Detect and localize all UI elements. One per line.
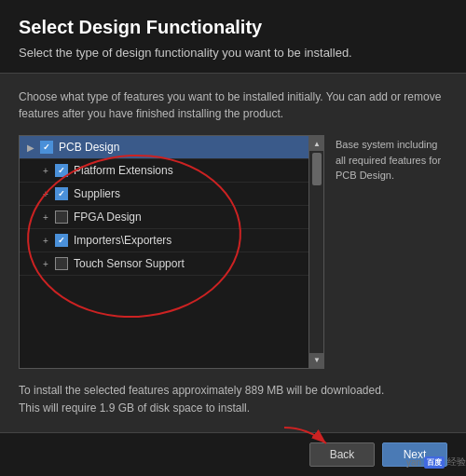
scroll-up-button[interactable]: ▲ xyxy=(309,136,324,151)
feature-label: PCB Design xyxy=(59,141,119,154)
dialog-title: Select Design Functionality xyxy=(19,17,447,38)
list-item[interactable]: + Importers\Exporters xyxy=(20,229,323,252)
content-area: Choose what type of features you want to… xyxy=(0,74,466,432)
expand-icon: + xyxy=(40,165,51,176)
checkbox-suppliers[interactable] xyxy=(55,187,68,200)
list-item[interactable]: + FPGA Design xyxy=(20,206,323,229)
checkbox-importers-exporters[interactable] xyxy=(55,234,68,247)
info-panel: Base system including all required featu… xyxy=(336,135,447,369)
header: Select Design Functionality Select the t… xyxy=(0,0,466,74)
list-item[interactable]: + Touch Sensor Support xyxy=(20,252,323,276)
watermark-text: yan xyxy=(406,457,421,468)
list-item[interactable]: + Platform Extensions xyxy=(20,159,323,183)
scroll-thumb[interactable] xyxy=(312,153,322,185)
back-button[interactable]: Back xyxy=(309,442,375,467)
baidu-logo: 百度 xyxy=(424,456,445,469)
feature-label: Touch Sensor Support xyxy=(74,257,185,270)
main-area: ▶ PCB Design + Platform Extensions + xyxy=(19,135,447,369)
expand-icon: ▶ xyxy=(25,142,36,153)
footer-line1: To install the selected features approxi… xyxy=(19,382,447,400)
checkbox-touch-sensor[interactable] xyxy=(55,257,68,270)
features-list-container: ▶ PCB Design + Platform Extensions + xyxy=(19,135,324,369)
features-list: ▶ PCB Design + Platform Extensions + xyxy=(20,136,323,368)
feature-label: FPGA Design xyxy=(74,211,142,224)
dialog: Select Design Functionality Select the t… xyxy=(0,0,466,476)
scrollbar[interactable]: ▲ ▼ xyxy=(308,136,323,368)
footer-info: To install the selected features approxi… xyxy=(19,382,447,417)
watermark-text2: 经验 xyxy=(447,456,466,469)
checkbox-pcb-design[interactable] xyxy=(40,141,53,154)
watermark: yan 百度 经验 xyxy=(406,456,466,469)
info-panel-text: Base system including all required featu… xyxy=(336,139,441,181)
footer-buttons: Back Next yan 百度 经验 xyxy=(0,432,466,476)
expand-icon: + xyxy=(40,258,51,269)
list-item[interactable]: ▶ PCB Design xyxy=(20,136,323,159)
feature-label: Importers\Exporters xyxy=(74,234,171,247)
dialog-subtitle: Select the type of design functionality … xyxy=(19,46,447,60)
checkbox-platform-extensions[interactable] xyxy=(55,164,68,177)
list-item[interactable]: + Suppliers xyxy=(20,183,323,206)
description-text: Choose what type of features you want to… xyxy=(19,88,447,122)
feature-label: Suppliers xyxy=(74,187,120,200)
footer-line2: This will require 1.9 GB of disk space t… xyxy=(19,400,447,417)
checkbox-fpga-design[interactable] xyxy=(55,211,68,224)
feature-label: Platform Extensions xyxy=(74,164,173,177)
scroll-track[interactable] xyxy=(309,151,323,353)
expand-icon: + xyxy=(40,211,51,223)
scroll-down-button[interactable]: ▼ xyxy=(309,353,324,368)
expand-icon: + xyxy=(40,235,51,246)
expand-icon: + xyxy=(40,188,51,199)
